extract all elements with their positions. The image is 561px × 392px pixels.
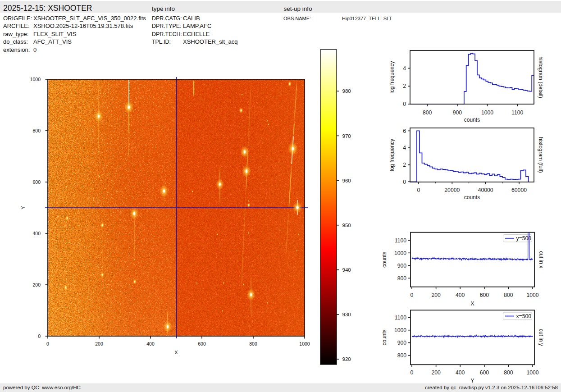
svg-text:900: 900: [397, 340, 407, 346]
svg-text:1000: 1000: [30, 77, 41, 82]
svg-text:counts: counts: [381, 252, 388, 268]
svg-text:400: 400: [456, 369, 465, 376]
svg-text:histogram (detail): histogram (detail): [538, 56, 544, 98]
svg-text:20000: 20000: [444, 187, 460, 193]
svg-text:0: 0: [403, 101, 406, 107]
svg-text:920: 920: [342, 356, 351, 362]
svg-text:900: 900: [453, 109, 462, 116]
svg-text:counts: counts: [381, 329, 388, 345]
svg-text:1000: 1000: [526, 292, 538, 298]
svg-text:4: 4: [403, 65, 406, 72]
svg-text:800: 800: [504, 369, 513, 376]
svg-text:400: 400: [146, 341, 155, 346]
svg-text:Y: Y: [20, 206, 26, 210]
svg-text:0: 0: [38, 333, 41, 339]
svg-text:cut in y: cut in y: [538, 329, 544, 346]
svg-text:4: 4: [403, 145, 406, 151]
svg-text:0: 0: [33, 46, 36, 53]
svg-text:60000: 60000: [511, 187, 527, 193]
svg-text:800: 800: [32, 128, 41, 133]
svg-text:set-up info: set-up info: [284, 5, 312, 12]
svg-text:created by qc_rawdisp.py v1.2.: created by qc_rawdisp.py v1.2.3 on 2025-…: [425, 385, 558, 390]
svg-text:x=500: x=500: [516, 313, 532, 319]
svg-text:DPR.CATG:: DPR.CATG:: [152, 15, 182, 22]
svg-text:0: 0: [403, 179, 406, 185]
svg-text:do_class:: do_class:: [3, 38, 28, 45]
svg-text:powered by QC: www.eso.org/HC: powered by QC: www.eso.org/HC: [3, 385, 81, 390]
svg-text:Y: Y: [470, 378, 474, 384]
svg-text:1100: 1100: [395, 315, 406, 321]
svg-text:600: 600: [480, 292, 489, 298]
svg-text:type info: type info: [152, 5, 175, 12]
svg-text:940: 940: [342, 267, 351, 273]
svg-text:extension:: extension:: [3, 46, 30, 53]
svg-text:DPR.TYPE:: DPR.TYPE:: [152, 23, 181, 29]
svg-text:1000: 1000: [394, 327, 406, 333]
svg-text:histogram (full): histogram (full): [538, 137, 544, 173]
svg-text:2025-12-15: XSHOOTER: 2025-12-15: XSHOOTER: [3, 4, 92, 13]
svg-text:800: 800: [504, 292, 513, 298]
svg-text:0: 0: [410, 292, 414, 298]
svg-text:0: 0: [410, 369, 414, 376]
svg-text:X: X: [174, 350, 178, 355]
svg-text:log frequency: log frequency: [389, 61, 395, 93]
svg-text:1000: 1000: [394, 250, 406, 256]
svg-text:ECHELLE: ECHELLE: [183, 31, 210, 37]
svg-text:800: 800: [249, 341, 257, 346]
svg-text:DPR.TECH:: DPR.TECH:: [152, 31, 182, 37]
svg-text:0: 0: [417, 187, 420, 193]
svg-text:1000: 1000: [299, 341, 310, 346]
svg-text:CALIB: CALIB: [183, 15, 200, 22]
svg-text:XSHOO.2025-12-16T05:19:31.578.: XSHOO.2025-12-16T05:19:31.578.fits: [33, 23, 133, 29]
svg-text:X: X: [470, 301, 474, 307]
svg-text:200: 200: [431, 369, 441, 376]
svg-text:400: 400: [456, 292, 465, 298]
svg-text:XSHOOTER_slt_acq: XSHOOTER_slt_acq: [183, 38, 237, 45]
svg-text:930: 930: [342, 312, 351, 317]
svg-text:LAMP,AFC: LAMP,AFC: [183, 23, 211, 29]
svg-text:counts: counts: [464, 194, 480, 201]
svg-text:ORIGFILE:: ORIGFILE:: [3, 15, 32, 22]
svg-text:OBS.NAME:: OBS.NAME:: [283, 16, 311, 21]
svg-text:2: 2: [403, 83, 406, 89]
svg-text:log frequency: log frequency: [389, 139, 395, 171]
svg-text:1100: 1100: [395, 237, 406, 244]
svg-text:200: 200: [95, 341, 103, 346]
svg-text:960: 960: [342, 178, 351, 183]
svg-text:raw_type:: raw_type:: [3, 31, 28, 37]
svg-text:200: 200: [431, 292, 441, 298]
svg-text:counts: counts: [464, 117, 480, 123]
svg-text:Hip012377_TELL_SLT: Hip012377_TELL_SLT: [342, 16, 392, 21]
svg-text:400: 400: [32, 231, 41, 236]
svg-text:2: 2: [403, 162, 406, 168]
svg-text:6: 6: [403, 128, 406, 134]
svg-text:1000: 1000: [481, 109, 493, 116]
svg-text:800: 800: [397, 275, 407, 282]
svg-text:1100: 1100: [511, 109, 523, 116]
svg-text:TPL.ID:: TPL.ID:: [152, 39, 171, 45]
svg-text:FLEX_SLIT_VIS: FLEX_SLIT_VIS: [33, 31, 77, 37]
svg-text:1000: 1000: [526, 369, 538, 376]
svg-text:0: 0: [46, 341, 49, 346]
svg-text:cut in x: cut in x: [538, 251, 544, 268]
svg-text:900: 900: [397, 263, 407, 269]
svg-text:600: 600: [480, 369, 489, 376]
svg-text:800: 800: [397, 352, 407, 359]
svg-text:800: 800: [423, 109, 432, 116]
svg-text:600: 600: [198, 341, 206, 346]
svg-text:980: 980: [342, 88, 351, 94]
svg-text:950: 950: [342, 223, 351, 228]
svg-text:600: 600: [32, 179, 41, 185]
svg-text:200: 200: [32, 282, 41, 287]
svg-text:AFC_ATT_VIS: AFC_ATT_VIS: [33, 38, 72, 45]
svg-text:ARCFILE:: ARCFILE:: [3, 23, 30, 29]
svg-text:970: 970: [342, 133, 351, 139]
svg-text:40000: 40000: [478, 187, 493, 193]
svg-text:XSHOOTER_SLT_AFC_VIS_350_0022.: XSHOOTER_SLT_AFC_VIS_350_0022.fits: [33, 15, 146, 22]
